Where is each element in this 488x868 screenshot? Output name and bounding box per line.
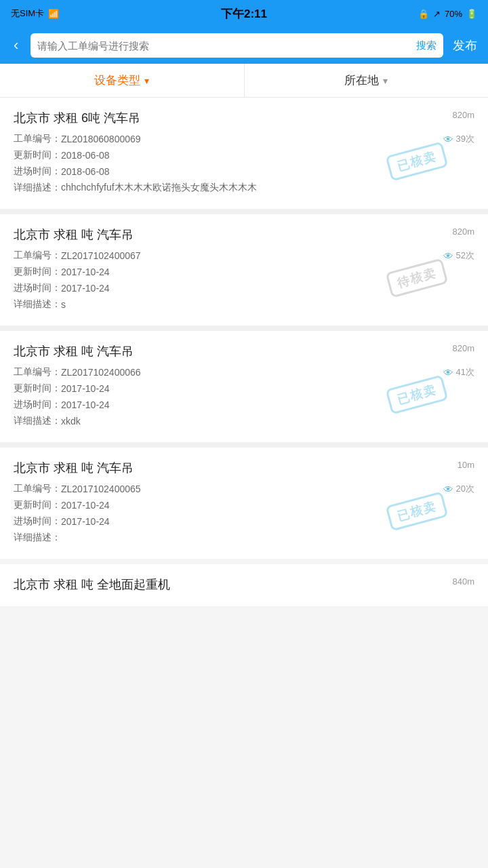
partial-card-distance: 840m: [452, 576, 474, 587]
card-entry-row: 进场时间： 2017-10-24: [14, 282, 474, 294]
order-label: 工单编号：: [14, 366, 61, 378]
card-update-row: 更新时间： 2017-10-24: [14, 382, 474, 395]
device-type-filter[interactable]: 设备类型 ▾: [0, 64, 245, 97]
card-views: 👁 52次: [443, 250, 474, 262]
card-distance: 820m: [452, 226, 474, 237]
desc-label: 详细描述：: [14, 182, 61, 194]
card-distance: 820m: [452, 343, 474, 353]
location-icon: ↗: [433, 9, 441, 19]
card-order-row: 工单编号： ZL2017102400067 👁 52次: [14, 250, 474, 262]
status-right: 🔒 ↗ 70% 🔋: [418, 9, 477, 19]
entry-value: 2017-10-24: [61, 516, 110, 527]
update-value: 2017-10-24: [61, 267, 110, 277]
partial-card[interactable]: 北京市 求租 吨 全地面起重机 840m: [0, 564, 488, 606]
entry-label: 进场时间：: [14, 399, 61, 411]
update-label: 更新时间：: [14, 149, 61, 161]
desc-label: 详细描述：: [14, 298, 61, 311]
update-label: 更新时间：: [14, 499, 61, 511]
battery-bar: 🔋: [466, 9, 477, 19]
list-item[interactable]: 北京市 求租 吨 汽车吊 10m 工单编号： ZL2017102400065 👁…: [0, 448, 488, 559]
order-label: 工单编号：: [14, 133, 61, 145]
eye-icon: 👁: [443, 250, 453, 262]
battery-label: 70%: [445, 9, 462, 19]
card-list: 北京市 求租 6吨 汽车吊 820m 工单编号： ZL2018060800069…: [0, 98, 488, 559]
search-box: 搜索: [30, 33, 443, 58]
desc-label: 详细描述：: [14, 415, 61, 427]
device-type-label: 设备类型: [94, 73, 140, 88]
search-input[interactable]: [37, 40, 411, 52]
card-update-row: 更新时间： 2018-06-08: [14, 149, 474, 161]
card-order-row: 工单编号： ZL2017102400065 👁 20次: [14, 483, 474, 495]
update-value: 2017-10-24: [61, 500, 110, 511]
card-entry-row: 进场时间： 2017-10-24: [14, 399, 474, 411]
card-views: 👁 39次: [443, 133, 474, 145]
card-title: 北京市 求租 吨 汽车吊: [14, 460, 474, 476]
entry-value: 2017-10-24: [61, 283, 110, 294]
eye-icon: 👁: [443, 484, 453, 495]
entry-label: 进场时间：: [14, 165, 61, 178]
device-type-arrow-icon: ▾: [144, 75, 149, 86]
entry-label: 进场时间：: [14, 515, 61, 528]
card-entry-row: 进场时间： 2018-06-08: [14, 165, 474, 178]
card-desc-row: 详细描述： s: [14, 298, 474, 311]
order-value: ZL2017102400067: [61, 250, 141, 261]
card-distance: 820m: [452, 110, 474, 120]
card-title: 北京市 求租 6吨 汽车吊: [14, 110, 474, 126]
order-label: 工单编号：: [14, 250, 61, 262]
order-value: ZL2017102400065: [61, 484, 141, 494]
card-title: 北京市 求租 吨 汽车吊: [14, 226, 474, 243]
desc-value: chhchchfyfuf木木木木欧诺拖头女魔头木木木木: [61, 182, 257, 194]
entry-label: 进场时间：: [14, 282, 61, 294]
list-item[interactable]: 北京市 求租 吨 汽车吊 820m 工单编号： ZL2017102400066 …: [0, 331, 488, 442]
back-button[interactable]: ‹: [8, 37, 24, 54]
desc-value: s: [61, 299, 66, 310]
card-order-row: 工单编号： ZL2017102400066 👁 41次: [14, 366, 474, 378]
card-views: 👁 20次: [443, 483, 474, 495]
nav-bar: ‹ 搜索 发布: [0, 27, 488, 64]
views-count: 52次: [456, 250, 474, 262]
update-label: 更新时间：: [14, 266, 61, 278]
card-desc-row: 详细描述：: [14, 532, 474, 544]
desc-label: 详细描述：: [14, 532, 61, 544]
location-label: 所在地: [344, 73, 379, 88]
order-label: 工单编号：: [14, 483, 61, 495]
eye-icon: 👁: [443, 367, 453, 378]
search-button[interactable]: 搜索: [416, 39, 436, 52]
views-count: 20次: [456, 483, 474, 495]
battery-icon: 🔒: [418, 9, 429, 19]
publish-button[interactable]: 发布: [450, 37, 480, 54]
views-count: 39次: [456, 133, 474, 145]
update-value: 2018-06-08: [61, 150, 110, 161]
status-left: 无SIM卡 📶: [11, 7, 59, 20]
card-title: 北京市 求租 吨 汽车吊: [14, 343, 474, 359]
location-filter[interactable]: 所在地 ▾: [245, 64, 489, 97]
desc-value: xkdk: [61, 416, 81, 427]
card-views: 👁 41次: [443, 366, 474, 378]
card-desc-row: 详细描述： chhchchfyfuf木木木木欧诺拖头女魔头木木木木: [14, 182, 474, 194]
no-sim-label: 无SIM卡: [11, 7, 44, 20]
list-item[interactable]: 北京市 求租 6吨 汽车吊 820m 工单编号： ZL2018060800069…: [0, 98, 488, 209]
update-label: 更新时间：: [14, 382, 61, 395]
card-entry-row: 进场时间： 2017-10-24: [14, 515, 474, 528]
location-arrow-icon: ▾: [383, 75, 388, 86]
filter-bar: 设备类型 ▾ 所在地 ▾: [0, 64, 488, 98]
entry-value: 2018-06-08: [61, 166, 110, 177]
views-count: 41次: [456, 366, 474, 378]
eye-icon: 👁: [443, 134, 453, 145]
order-value: ZL2017102400066: [61, 367, 141, 378]
card-update-row: 更新时间： 2017-10-24: [14, 266, 474, 278]
status-bar: 无SIM卡 📶 下午2:11 🔒 ↗ 70% 🔋: [0, 0, 488, 27]
status-time: 下午2:11: [221, 6, 267, 22]
card-order-row: 工单编号： ZL2018060800069 👁 39次: [14, 133, 474, 145]
partial-card-title: 北京市 求租 吨 全地面起重机: [14, 576, 474, 593]
update-value: 2017-10-24: [61, 383, 110, 394]
card-update-row: 更新时间： 2017-10-24: [14, 499, 474, 511]
order-value: ZL2018060800069: [61, 134, 141, 144]
wifi-icon: 📶: [48, 9, 59, 19]
entry-value: 2017-10-24: [61, 399, 110, 410]
card-desc-row: 详细描述： xkdk: [14, 415, 474, 427]
list-item[interactable]: 北京市 求租 吨 汽车吊 820m 工单编号： ZL2017102400067 …: [0, 214, 488, 326]
card-distance: 10m: [458, 460, 474, 470]
